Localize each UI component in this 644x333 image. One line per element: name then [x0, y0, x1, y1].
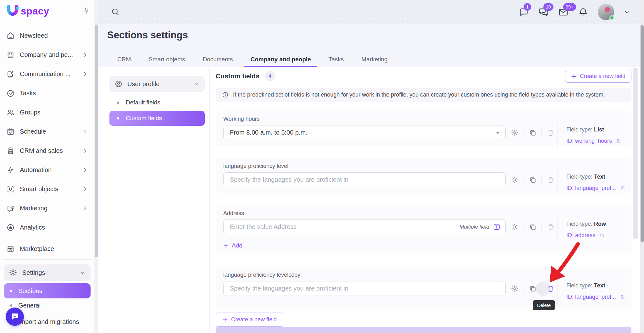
sidebar: spacy Newsfeed Company and pe... Communi…	[0, 0, 94, 333]
create-new-field-button[interactable]: Create a new field	[565, 70, 631, 83]
divider	[558, 170, 558, 196]
field-card-language-proficiency: language proficiency level Specify the l…	[216, 158, 631, 193]
field-card-address: Address Enter the value Address Multiple…	[216, 205, 631, 255]
field-id[interactable]: ID: address	[566, 232, 604, 239]
chevron-right-icon	[82, 167, 88, 173]
window-scrollbar	[640, 0, 644, 333]
chat-share-icon	[6, 70, 15, 78]
group-chat-icon[interactable]: 10	[538, 7, 549, 17]
analytics-circle-icon	[6, 223, 15, 232]
brand-name: spacy	[21, 6, 49, 17]
tab-tasks[interactable]: Tasks	[328, 56, 345, 63]
tabs: CRM Smart objects Documents Company and …	[117, 56, 388, 63]
account-circle-icon	[114, 80, 123, 88]
sidebar-item-settings[interactable]: Settings	[4, 264, 91, 281]
tab-marketing[interactable]: Marketing	[361, 56, 388, 63]
divider	[541, 129, 542, 137]
support-chat-button[interactable]	[6, 308, 24, 326]
mail-badge: 99+	[563, 3, 576, 11]
divider	[541, 285, 542, 293]
add-value-button[interactable]: Add	[223, 242, 242, 249]
sidebar-menu: Newsfeed Company and pe... Communication…	[0, 26, 94, 329]
search-icon[interactable]	[111, 7, 120, 16]
address-input[interactable]: Enter the value Address Multiple field	[223, 219, 506, 234]
bell-icon[interactable]	[578, 7, 588, 17]
gear-icon[interactable]	[511, 176, 519, 184]
content-scrollbar-thumb[interactable]	[633, 68, 638, 239]
gear-icon	[9, 269, 17, 277]
user-profile-group[interactable]: User profile	[109, 76, 205, 92]
pin-sidebar-icon[interactable]	[82, 7, 90, 15]
sidebar-item-marketing[interactable]: Marketing	[0, 199, 94, 218]
divider	[541, 176, 542, 184]
chevron-down-icon	[80, 270, 86, 276]
copy-icon[interactable]	[616, 138, 621, 144]
tab-crm[interactable]: CRM	[117, 56, 131, 63]
content-divider	[209, 67, 210, 333]
chevron-down-icon	[193, 81, 200, 87]
uspacy-logo[interactable]: spacy	[6, 4, 49, 19]
trash-icon[interactable]	[547, 223, 555, 231]
field-actions	[511, 172, 555, 187]
copy-icon[interactable]	[529, 129, 537, 137]
trash-icon[interactable]	[547, 129, 555, 137]
field-id[interactable]: ID: working_hours	[566, 138, 621, 144]
sidebar-scrollbar-thumb[interactable]	[95, 25, 98, 257]
sidebar-item-sections[interactable]: Sections	[4, 283, 91, 298]
subnav-item-custom-fields[interactable]: Custom fields	[109, 111, 205, 126]
gear-icon[interactable]	[511, 223, 519, 231]
sidebar-item-newsfeed[interactable]: Newsfeed	[0, 26, 94, 45]
panel-title: Custom fields	[216, 72, 259, 80]
chevron-right-icon	[82, 52, 88, 58]
copy-icon[interactable]	[599, 233, 604, 238]
chat-badge: 1	[524, 3, 531, 11]
chevron-right-icon	[82, 148, 88, 154]
divider	[558, 218, 558, 243]
sidebar-item-crm-and-sales[interactable]: CRM and sales	[0, 141, 94, 160]
sidebar-item-marketplace[interactable]: Marketplace	[0, 239, 94, 258]
tab-documents[interactable]: Documents	[202, 56, 233, 63]
window-scrollbar-thumb[interactable]	[641, 25, 644, 242]
home-icon	[6, 31, 15, 40]
field-card-language-proficiency-copy: language proficiency levelcopy Specify t…	[216, 267, 631, 309]
mail-icon[interactable]: 99+	[558, 7, 569, 17]
avatar[interactable]	[598, 4, 614, 20]
field-id[interactable]: ID: language_prof...	[566, 185, 625, 191]
create-new-field-button-bottom[interactable]: Create a new field	[216, 313, 283, 327]
sidebar-item-analytics[interactable]: Analytics	[0, 218, 94, 237]
tab-company-and-people[interactable]: Company and people	[250, 56, 312, 63]
users-icon	[6, 108, 15, 117]
page-header: 1 10 99+ S	[98, 0, 644, 67]
gear-icon[interactable]	[511, 285, 519, 293]
trash-icon[interactable]	[547, 285, 555, 293]
copy-icon[interactable]	[529, 223, 537, 231]
sidebar-item-smart-objects[interactable]: Smart objects	[0, 180, 94, 199]
sidebar-item-tasks[interactable]: Tasks	[0, 84, 94, 103]
divider	[558, 279, 558, 305]
working-hours-select[interactable]: From 8.00 a.m. to 5:00 p.m.	[223, 125, 506, 140]
field-id[interactable]: ID: language_prof...	[566, 294, 625, 300]
chat-icon[interactable]: 1	[519, 7, 529, 17]
gear-icon[interactable]	[511, 129, 519, 137]
copy-icon[interactable]	[529, 176, 537, 184]
sidebar-item-automation[interactable]: Automation	[0, 160, 94, 180]
sidebar-item-company-and-people[interactable]: Company and pe...	[0, 45, 94, 64]
sidebar-item-communication[interactable]: Communication ...	[0, 64, 94, 84]
field-type: Field type: Text	[566, 282, 605, 289]
copy-icon[interactable]	[620, 186, 625, 191]
text-field-icon[interactable]	[492, 223, 501, 231]
subnav-item-default-fields[interactable]: Default fields	[109, 96, 205, 109]
sidebar-item-groups[interactable]: Groups	[0, 103, 94, 122]
copy-icon[interactable]	[529, 285, 537, 293]
trash-icon[interactable]	[547, 176, 555, 184]
database-icon	[6, 147, 15, 155]
copy-icon[interactable]	[620, 294, 625, 300]
tab-smart-objects[interactable]: Smart objects	[148, 56, 186, 63]
language-proficiency-copy-input[interactable]: Specify the languages you are proficient…	[223, 281, 506, 296]
next-card-edge	[216, 327, 631, 333]
plus-icon	[571, 74, 577, 79]
field-actions	[511, 125, 555, 140]
language-proficiency-input[interactable]: Specify the languages you are proficient…	[223, 172, 506, 187]
sidebar-item-schedule[interactable]: Schedule	[0, 122, 94, 141]
chevron-down-icon[interactable]	[624, 8, 631, 16]
